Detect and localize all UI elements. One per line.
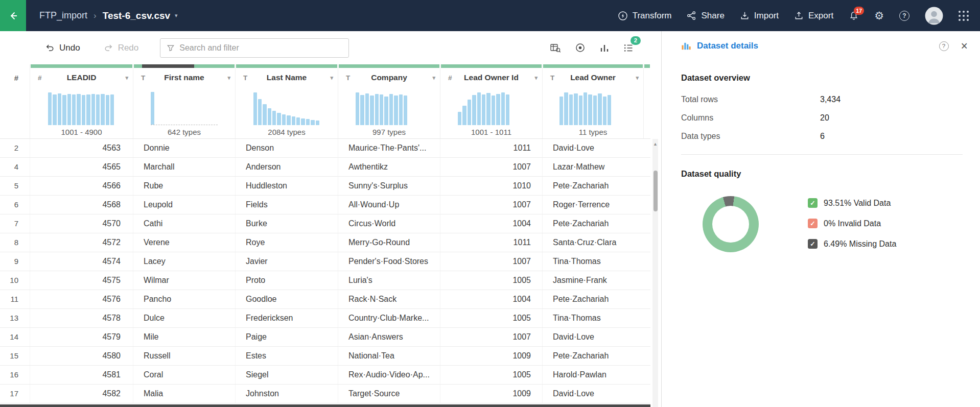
cell-lead-owner-id[interactable]: 1005	[440, 309, 543, 327]
column-menu-caret-icon[interactable]: ▾	[432, 75, 435, 81]
cell-row-number[interactable]: 15	[0, 347, 30, 365]
cell-leadid[interactable]: 4580	[30, 347, 133, 365]
column-header[interactable]: T Company ▾ 997 types	[338, 64, 440, 138]
cell-first-name[interactable]: Lacey	[133, 252, 236, 271]
vertical-scrollbar[interactable]: ▲	[652, 139, 658, 407]
undo-button[interactable]: Undo	[45, 43, 80, 53]
cell-lead-owner-id[interactable]: 1007	[440, 252, 543, 271]
column-header[interactable]: T Lead Owner ▾ 11 types	[543, 64, 644, 138]
cell-leadid[interactable]: 4570	[30, 214, 133, 233]
cell-lead-owner[interactable]: Tina·Thomas	[543, 252, 644, 271]
column-menu-caret-icon[interactable]: ▾	[227, 75, 230, 81]
column-quality-bar[interactable]	[543, 64, 643, 68]
cell-leadid[interactable]: 4575	[30, 271, 133, 290]
cell-lead-owner[interactable]: Harold·Pawlan	[543, 366, 644, 384]
avatar[interactable]	[925, 7, 943, 25]
cell-leadid[interactable]: 4574	[30, 252, 133, 271]
panel-help-icon[interactable]: ?	[939, 41, 949, 51]
cell-row-number[interactable]: 2	[0, 139, 30, 157]
column-header[interactable]: # LEADID ▾ 1001 - 4900	[30, 64, 133, 138]
cell-lead-owner-id[interactable]: 1007	[440, 158, 543, 176]
cell-row-number[interactable]: 5	[0, 177, 30, 195]
cell-leadid[interactable]: 4581	[30, 366, 133, 384]
column-histogram[interactable]	[253, 92, 320, 125]
cell-lead-owner-id[interactable]: 1007	[440, 196, 543, 214]
cell-company[interactable]: Sunny's·Surplus	[338, 177, 440, 195]
breadcrumb-folder[interactable]: FTP_import	[39, 10, 87, 21]
column-histogram[interactable]	[458, 92, 525, 125]
cell-last-name[interactable]: Huddleston	[236, 177, 338, 195]
cell-first-name[interactable]: Marchall	[133, 158, 236, 176]
target-button[interactable]	[575, 42, 586, 53]
cell-lead-owner[interactable]: Pete·Zachariah	[543, 214, 644, 233]
cell-last-name[interactable]: Javier	[236, 252, 338, 271]
checkbox-icon[interactable]: ✓	[808, 239, 818, 249]
cell-company[interactable]: Luria's	[338, 271, 440, 290]
quality-legend-item[interactable]: ✓ 6.49% Missing Data	[808, 239, 896, 249]
apps-grid-icon[interactable]	[959, 11, 969, 21]
checkbox-icon[interactable]: ✓	[808, 198, 818, 208]
cell-row-number[interactable]: 17	[0, 385, 30, 403]
column-quality-bar[interactable]	[339, 64, 439, 68]
column-header[interactable]: T First name ▾ 642 types	[133, 64, 236, 138]
cell-row-number[interactable]: 4	[0, 158, 30, 176]
cell-row-number[interactable]: 11	[0, 290, 30, 308]
cell-last-name[interactable]: Fredericksen	[236, 309, 338, 327]
column-histogram[interactable]	[48, 92, 115, 125]
pipeline-steps-button[interactable]: 2	[623, 43, 634, 53]
cell-last-name[interactable]: Fields	[236, 196, 338, 214]
column-menu-caret-icon[interactable]: ▾	[125, 75, 128, 81]
search-input[interactable]	[179, 43, 342, 53]
cell-leadid[interactable]: 4579	[30, 328, 133, 346]
cell-company[interactable]: Circus·World	[338, 214, 440, 233]
quality-legend-item[interactable]: ✓ 0% Invalid Data	[808, 219, 896, 228]
cell-company[interactable]: Pender's·Food·Stores	[338, 252, 440, 271]
preview-table-button[interactable]	[550, 43, 561, 53]
cell-leadid[interactable]: 4576	[30, 290, 133, 308]
cell-last-name[interactable]: Estes	[236, 347, 338, 365]
cell-leadid[interactable]: 4578	[30, 309, 133, 327]
cell-leadid[interactable]: 4565	[30, 158, 133, 176]
cell-last-name[interactable]: Roye	[236, 233, 338, 252]
export-button[interactable]: Export	[794, 11, 833, 21]
cell-company[interactable]: Maurice·The·Pants'...	[338, 139, 440, 157]
column-header[interactable]: # Lead Owner Id ▾ 1001 - 1011	[440, 64, 543, 138]
cell-first-name[interactable]: Verene	[133, 233, 236, 252]
cell-row-number[interactable]: 6	[0, 196, 30, 214]
cell-last-name[interactable]: Denson	[236, 139, 338, 157]
cell-last-name[interactable]: Proto	[236, 271, 338, 290]
cell-company[interactable]: Country·Club·Marke...	[338, 309, 440, 327]
cell-first-name[interactable]: Dulce	[133, 309, 236, 327]
column-quality-bar[interactable]	[236, 64, 337, 68]
scroll-up-arrow-icon[interactable]: ▲	[652, 139, 658, 147]
cell-company[interactable]: All·Wound·Up	[338, 196, 440, 214]
cell-row-number[interactable]: 10	[0, 271, 30, 290]
cell-company[interactable]: Awthentikz	[338, 158, 440, 176]
cell-last-name[interactable]: Siegel	[236, 366, 338, 384]
cell-last-name[interactable]: Burke	[236, 214, 338, 233]
cell-company[interactable]: Rack·N·Sack	[338, 290, 440, 308]
cell-lead-owner-id[interactable]: 1004	[440, 290, 543, 308]
cell-company[interactable]: National·Tea	[338, 347, 440, 365]
cell-first-name[interactable]: Leupold	[133, 196, 236, 214]
scrollbar-thumb[interactable]	[654, 171, 658, 211]
column-quality-bar[interactable]	[134, 64, 235, 68]
column-stats-button[interactable]	[599, 43, 610, 53]
cell-lead-owner[interactable]: Pete·Zachariah	[543, 347, 644, 365]
cell-row-number[interactable]: 14	[0, 328, 30, 346]
horizontal-scrollbar[interactable]	[0, 404, 650, 407]
import-button[interactable]: Import	[740, 11, 779, 21]
cell-lead-owner-id[interactable]: 1011	[440, 139, 543, 157]
breadcrumb-file[interactable]: Test-6_csv.csv	[103, 10, 170, 21]
cell-leadid[interactable]: 4572	[30, 233, 133, 252]
cell-lead-owner[interactable]: David·Love	[543, 139, 644, 157]
cell-first-name[interactable]: Russell	[133, 347, 236, 365]
cell-lead-owner-id[interactable]: 1004	[440, 214, 543, 233]
share-button[interactable]: Share	[687, 11, 724, 21]
cell-first-name[interactable]: Cathi	[133, 214, 236, 233]
cell-lead-owner[interactable]: Tina·Thomas	[543, 309, 644, 327]
cell-leadid[interactable]: 4568	[30, 196, 133, 214]
cell-lead-owner[interactable]: David·Love	[543, 328, 644, 346]
cell-lead-owner[interactable]: Jasmine·Frank	[543, 271, 644, 290]
cell-lead-owner[interactable]: Pete·Zachariah	[543, 177, 644, 195]
